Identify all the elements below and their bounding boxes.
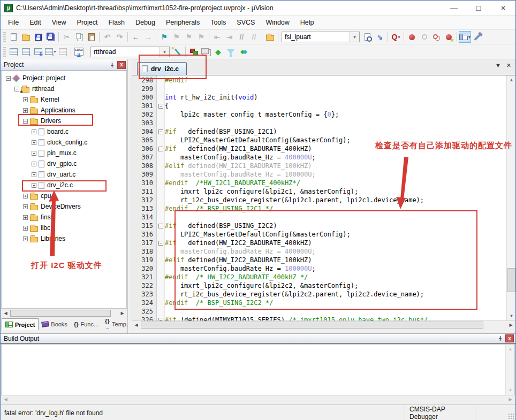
code-line[interactable]: 312 rt_i2c_bus_device_register(&lpi2c1.p… xyxy=(132,196,506,204)
menu-peripherals[interactable]: Peripherals xyxy=(161,17,205,28)
build-icon[interactable] xyxy=(20,46,32,58)
window-layout-icon[interactable]: ▾ xyxy=(459,31,471,43)
scroll-down-icon[interactable]: ▼ xyxy=(506,386,514,394)
code-line[interactable]: 309 masterConfig.baudRate_Hz = 100000U; xyxy=(132,170,506,179)
code-line[interactable]: 303 xyxy=(132,119,506,127)
menu-file[interactable]: File xyxy=(3,17,24,28)
cut-icon[interactable]: ✂ xyxy=(60,31,73,43)
search-combo-dropdown-icon[interactable]: ▾ xyxy=(350,32,359,42)
close-button[interactable]: × xyxy=(491,1,515,15)
tree-expander-icon[interactable]: + xyxy=(23,204,28,209)
redo-icon[interactable]: ↷ xyxy=(113,31,126,43)
scroll-right-icon[interactable]: ▶ xyxy=(506,396,514,403)
navigate-back-icon[interactable]: ← xyxy=(130,31,142,43)
tree-item-finsh[interactable]: +finsh xyxy=(2,212,126,223)
tree-item-drivers[interactable]: −Drivers xyxy=(2,116,126,126)
code-line[interactable]: 325 xyxy=(132,307,506,316)
tree-item-devicedrivers[interactable]: +DeviceDrivers xyxy=(2,201,126,212)
pin-icon[interactable] xyxy=(496,335,504,342)
scroll-right-icon[interactable]: ▶ xyxy=(507,322,515,329)
save-icon[interactable] xyxy=(32,31,44,43)
tree-expander-icon[interactable]: + xyxy=(23,97,28,102)
code-line[interactable]: 326−#if !defined(MIMXRT1015_SERIES) /* i… xyxy=(132,316,506,320)
tree-expander-icon[interactable]: + xyxy=(32,183,36,188)
tree-item-cpu[interactable]: +cpu xyxy=(2,190,126,201)
code-line[interactable]: 302 lpi2c_master_config_t masterConfig =… xyxy=(132,110,506,119)
menu-edit[interactable]: Edit xyxy=(24,17,47,28)
menu-view[interactable]: View xyxy=(47,17,72,28)
navigate-forward-icon[interactable]: → xyxy=(142,31,154,43)
target-select-combo-dropdown-icon[interactable]: ▾ xyxy=(160,47,169,57)
comment-selection-icon[interactable]: // xyxy=(236,31,248,43)
tree-expander-icon[interactable]: − xyxy=(14,87,19,91)
download-code-icon[interactable]: LOAD xyxy=(73,46,85,58)
breakpoint-disable-icon[interactable] xyxy=(418,31,430,43)
tree-expander-icon[interactable]: − xyxy=(6,76,11,81)
clear-all-bookmarks-icon[interactable]: ⚑ xyxy=(195,31,207,43)
find-next-reference-icon[interactable]: ⇘ xyxy=(374,31,386,43)
fold-collapse-icon[interactable]: − xyxy=(158,147,163,151)
code-editor[interactable]: 298#endif299300int rt_hw_i2c_init(void)3… xyxy=(132,75,515,320)
scroll-left-icon[interactable]: ◀ xyxy=(2,310,10,317)
translate-file-icon[interactable] xyxy=(7,46,20,58)
menu-tools[interactable]: Tools xyxy=(205,17,231,28)
build-output-close-icon[interactable]: x xyxy=(505,334,514,342)
tree-item-libc[interactable]: +libc xyxy=(2,223,126,233)
project-panel-hscrollbar[interactable]: ◀ ▶ xyxy=(1,309,127,317)
scroll-up-icon[interactable]: ▲ xyxy=(506,345,514,353)
minimize-button[interactable]: — xyxy=(442,1,466,15)
tab-list-chevron-icon[interactable]: ▼ xyxy=(495,62,501,69)
code-line[interactable]: 310#endif /*HW_I2C1_BADURATE_400kHZ*/ xyxy=(132,179,506,187)
breakpoint-kill-all-icon[interactable] xyxy=(443,31,455,43)
copy-icon[interactable] xyxy=(73,31,85,43)
tree-item-project-project[interactable]: −Project: project xyxy=(2,73,126,83)
code-line[interactable]: 316 LPI2C_MasterGetDefaultConfig(&master… xyxy=(132,230,506,239)
tree-item-drv-i2c-c[interactable]: +drv_i2c.c xyxy=(2,180,126,190)
code-line[interactable]: 321#endif /* HW_I2C2_BADURATE_400kHZ */ xyxy=(132,273,506,281)
start-debug-session-icon[interactable] xyxy=(187,46,200,58)
code-line[interactable]: 305 LPI2C_MasterGetDefaultConfig(&master… xyxy=(132,136,506,144)
code-line[interactable]: 308#elif defined(HW_I2C1_BADURATE_100kHZ… xyxy=(132,162,506,170)
build-output-hscrollbar[interactable]: ◀ ▶ xyxy=(1,395,515,404)
code-line[interactable]: 313#endif /* BSP_USING_I2C1 */ xyxy=(132,204,506,213)
tree-item-kernel[interactable]: +Kernel xyxy=(2,94,126,105)
code-line[interactable]: 301−{ xyxy=(132,102,506,110)
tree-item-applications[interactable]: +Applications xyxy=(2,105,126,116)
undo-icon[interactable]: ↶ xyxy=(101,31,113,43)
tree-expander-icon[interactable]: + xyxy=(32,162,36,166)
tree-expander-icon[interactable]: + xyxy=(32,129,36,134)
batch-build-icon[interactable]: ▾ xyxy=(44,46,57,58)
tree-expander-icon[interactable]: + xyxy=(23,215,28,220)
breakpoint-toggle-icon[interactable] xyxy=(406,31,418,43)
resize-grip[interactable] xyxy=(508,413,514,419)
scroll-thumb[interactable] xyxy=(10,310,111,317)
tree-item-drv-uart-c[interactable]: +drv_uart.c xyxy=(2,169,126,180)
tree-item-rtthread[interactable]: −rtthread xyxy=(2,83,126,94)
next-bookmark-icon[interactable]: ⚑ xyxy=(183,31,195,43)
code-line[interactable]: 322 imxrt_lpi2c_configure(&lpi2c2, &mast… xyxy=(132,281,506,290)
code-line[interactable]: 314 xyxy=(132,213,506,222)
code-line[interactable]: 304−#if defined(BSP_USING_I2C1) xyxy=(132,127,506,136)
options-for-target-icon[interactable] xyxy=(171,46,184,58)
indent-icon[interactable]: ⇥ xyxy=(223,31,236,43)
menu-svcs[interactable]: SVCS xyxy=(231,17,260,28)
tree-expander-icon[interactable]: + xyxy=(32,151,36,156)
scroll-up-icon[interactable]: ▲ xyxy=(507,76,515,84)
file-extensions-icon[interactable] xyxy=(224,46,237,58)
run-to-cursor-icon[interactable]: Q▾ xyxy=(390,31,402,43)
search-document-icon[interactable] xyxy=(361,31,374,43)
project-panel-close-icon[interactable]: x xyxy=(117,61,126,69)
find-in-files-icon[interactable] xyxy=(264,31,276,43)
scroll-left-icon[interactable]: ◀ xyxy=(2,396,10,403)
code-line[interactable]: 311 imxrt_lpi2c_configure(&lpi2c1, &mast… xyxy=(132,187,506,196)
tree-item-libraries[interactable]: +Libraries xyxy=(2,233,126,244)
manage-rte-icon[interactable]: ◆ xyxy=(212,46,224,58)
code-line[interactable]: 299 xyxy=(132,85,506,93)
code-line[interactable]: 324#endif /* BSP_USING_I2C2 */ xyxy=(132,299,506,307)
stop-build-icon[interactable] xyxy=(57,46,69,58)
fold-collapse-icon[interactable]: − xyxy=(158,224,163,228)
code-line[interactable]: 298#endif xyxy=(132,76,506,85)
panel-tab-books[interactable]: Books xyxy=(39,318,71,330)
fold-collapse-icon[interactable]: − xyxy=(158,104,163,109)
tree-expander-icon[interactable]: + xyxy=(32,172,36,177)
